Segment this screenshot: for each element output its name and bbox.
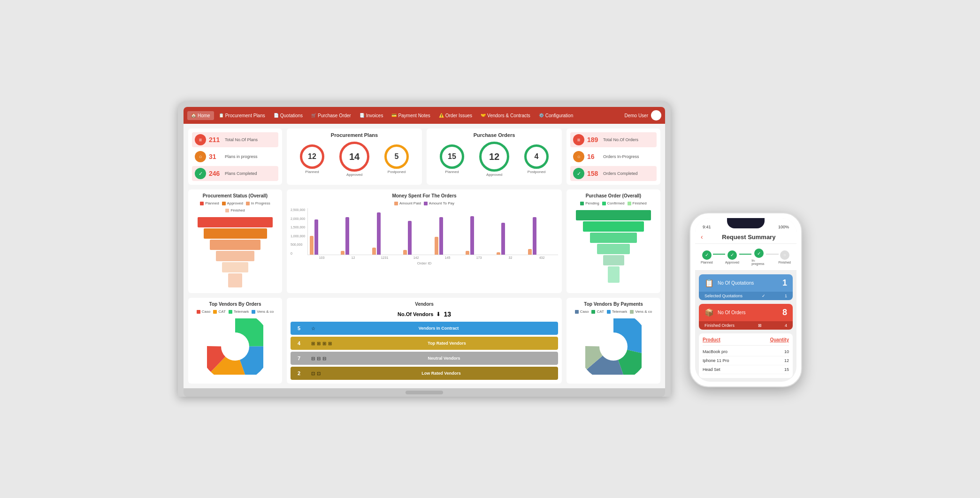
phone-header: ‹ Request Summary <box>695 230 796 244</box>
purchase-circles-card: Purchase Orders 15 Planned 12 Approved <box>427 128 562 185</box>
vendors-icon: 🤝 <box>481 113 486 118</box>
products-table: Product Quantity MacBook pro 10 Iphone 1… <box>699 333 793 378</box>
procurement-title: Procurement Plans <box>292 132 416 138</box>
procurement-icon: 📋 <box>219 113 224 118</box>
product-row-macbook: MacBook pro 10 <box>703 347 789 356</box>
funnel-5 <box>222 262 248 272</box>
step-planned: ✓ Planned <box>701 250 713 264</box>
po-approved-ring: 12 <box>479 142 509 172</box>
nav-procurement[interactable]: 📋 Procurement Plans <box>215 111 269 120</box>
vendors-down-icon: ⬇ <box>436 311 441 317</box>
orders-card-sub: Finished Orders ⊠ 4 <box>699 321 793 330</box>
funnel-4 <box>216 251 254 261</box>
vendor-row-contract: 5 ☆ Vendors In Contract <box>291 322 558 335</box>
orders-stats-card: ≡ 189 Total No.Of Orders ○ 16 Orders In-… <box>567 128 660 185</box>
quotations-card-icon: 📋 <box>704 279 714 287</box>
vendors-count-row: No.Of Vendors ⬇ 13 <box>291 310 558 318</box>
quotations-card-sub: Selected Quotations ✓ 1 <box>699 292 793 300</box>
y-axis: 2,500,000 2,000,000 1,500,000 1,000,000 … <box>291 208 305 255</box>
nav-config[interactable]: ⚙️ Configuration <box>535 111 577 120</box>
avatar <box>651 110 661 121</box>
total-orders-icon: ≡ <box>573 134 584 145</box>
laptop-screen: 🏠 Home 📋 Procurement Plans 📄 Quotations … <box>184 107 665 388</box>
vendors-orders-pie <box>192 317 278 377</box>
nav-vendors[interactable]: 🤝 Vendors & Contracts <box>477 111 534 120</box>
planned-ring: 12 <box>300 144 324 169</box>
funnel-2 <box>204 228 267 239</box>
issues-icon: ⚠️ <box>439 113 444 118</box>
bar-chart <box>307 208 558 255</box>
nav-purchase-order[interactable]: 🛒 Purchase Order <box>307 111 355 120</box>
plans-completed-stat: ✓ 246 Plans Completed <box>192 166 278 181</box>
plans-completed-icon: ✓ <box>195 168 206 179</box>
po-planned-circle: 15 Planned <box>440 144 464 174</box>
step-inprogress: ✓ In-progress <box>751 249 766 265</box>
po-funnel-1 <box>576 210 651 220</box>
orders-completed-icon: ✓ <box>573 168 584 179</box>
purchase-order-icon: 🛒 <box>311 113 316 118</box>
nav-user: Demo User <box>624 110 661 121</box>
po-funnel-4 <box>597 244 630 254</box>
po-postponed-circle: 4 Postponed <box>524 144 549 174</box>
procurement-circles-card: Procurement Plans 12 Planned 14 Approved <box>287 128 422 185</box>
vendors-payments-legend: Caso CAT Telemark Vens & co <box>570 309 657 314</box>
charts-row: Procurement Status (Overall) Planned App… <box>188 189 660 293</box>
scene: 🏠 Home 📋 Procurement Plans 📄 Quotations … <box>178 101 802 397</box>
nav-invoices[interactable]: 📑 Invoices <box>356 111 387 120</box>
vendors-payments-pie <box>570 317 657 377</box>
orders-card-header: 📦 No Of Orders 8 <box>699 304 793 321</box>
procurement-funnel <box>192 215 278 289</box>
quotations-card-label: No Of Quotations <box>718 280 782 286</box>
back-arrow-icon[interactable]: ‹ <box>701 233 703 241</box>
bar-432 <box>528 217 556 255</box>
invoices-icon: 📑 <box>360 113 365 118</box>
orders-card: 📦 No Of Orders 8 Finished Orders ⊠ 4 <box>699 304 793 330</box>
vendors-title: Vendors <box>415 302 433 307</box>
product-name-headset: Head Set <box>703 367 720 372</box>
nav-payment-notes[interactable]: 💳 Payment Notes <box>388 111 434 120</box>
phone-notch <box>727 218 765 228</box>
nav-home[interactable]: 🏠 Home <box>187 111 214 120</box>
legend-confirmed: Confirmed <box>602 201 625 205</box>
po-funnel-2 <box>583 221 644 232</box>
product-name-macbook: MacBook pro <box>703 349 727 354</box>
bar-32 <box>497 223 525 255</box>
nav-quotations[interactable]: 📄 Quotations <box>270 111 306 120</box>
laptop-device: 🏠 Home 📋 Procurement Plans 📄 Quotations … <box>178 101 671 397</box>
vendors-count-label: No.Of Vendors <box>398 311 433 317</box>
laptop-trackpad <box>406 391 443 394</box>
orders-card-label: No Of Orders <box>718 310 782 315</box>
dashboard: ≡ 211 Total No.Of Plans ○ 31 Plans in pr… <box>184 124 665 388</box>
vendors-table: 5 ☆ Vendors In Contract 4 ⊞ <box>291 322 558 380</box>
phone-page-title: Request Summary <box>707 234 791 241</box>
finished-orders-count: 4 <box>785 323 787 328</box>
orders-card-icon: 📦 <box>704 308 714 317</box>
legend-topay: Amount To Pay <box>424 201 454 205</box>
step-line-1 <box>713 254 725 255</box>
phone-time: 9:41 <box>703 225 711 229</box>
po-postponed-ring: 4 <box>524 144 549 169</box>
legend-dot-planned <box>200 202 204 205</box>
phone-steps: ✓ Planned ✓ Approved ✓ In-progress ○ Fin… <box>695 244 796 271</box>
home-icon: 🏠 <box>191 113 196 118</box>
product-name-iphone: Iphone 11 Pro <box>703 358 729 363</box>
phone-screen: 9:41 Vi India ▾ 100% ‹ Request Summary ✓… <box>695 218 796 382</box>
po-approved-circle: 12 Approved <box>479 142 509 177</box>
bar-chart-wrapper: 2,500,000 2,000,000 1,500,000 1,000,000 … <box>291 208 558 255</box>
quotations-card-count: 1 <box>782 278 787 288</box>
step-line-3 <box>766 254 778 255</box>
quotations-card-header: 📋 No Of Quotations 1 <box>699 274 793 292</box>
nav-bar: 🏠 Home 📋 Procurement Plans 📄 Quotations … <box>184 107 665 124</box>
postponed-circle: 5 Postponed <box>384 144 409 174</box>
vendors-orders-card: Top Vendors By Orders Caso CAT Telemark … <box>188 298 282 384</box>
total-plans-stat: ≡ 211 Total No.Of Plans <box>192 132 278 147</box>
vendors-orders-legend: Caso CAT Telemark Vens & co <box>192 309 278 314</box>
total-orders-stat: ≡ 189 Total No.Of Orders <box>570 132 657 147</box>
purchase-funnel <box>570 208 657 285</box>
nav-order-issues[interactable]: ⚠️ Order Issues <box>435 111 476 120</box>
plans-inprogress-stat: ○ 31 Plans in progress <box>192 149 278 164</box>
orders-card-count: 8 <box>782 308 787 317</box>
money-spent-legend: Amount Paid Amount To Pay <box>291 201 558 205</box>
phone-device: 9:41 Vi India ▾ 100% ‹ Request Summary ✓… <box>689 212 802 387</box>
bar-1231 <box>372 212 400 255</box>
